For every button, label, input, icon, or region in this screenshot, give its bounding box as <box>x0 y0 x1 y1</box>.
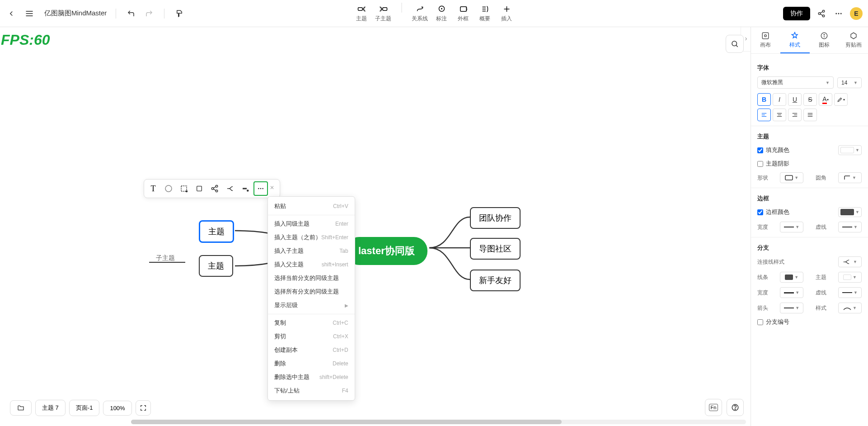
branch-width-select[interactable]: ▼ <box>780 287 803 298</box>
redo-button[interactable] <box>143 8 155 19</box>
mindmap-connectors <box>0 27 751 426</box>
color-tool-button[interactable] <box>161 181 176 196</box>
border-color-swatch[interactable]: ▼ <box>838 207 862 217</box>
insert-topic-button[interactable]: 主题 <box>352 3 371 24</box>
shape-select[interactable]: ▼ <box>780 172 803 183</box>
user-avatar[interactable]: E <box>850 7 863 20</box>
font-size-select[interactable]: 14▼ <box>837 77 862 88</box>
more-tool-button[interactable] <box>253 181 268 196</box>
branch-tool-button[interactable] <box>223 181 237 196</box>
collapse-tool-button[interactable] <box>238 181 253 196</box>
strikethrough-button[interactable]: S <box>803 93 817 106</box>
ctx-drill[interactable]: 下钻/上钻F4 <box>268 384 355 398</box>
svg-point-18 <box>835 13 837 14</box>
collaborate-button[interactable]: 协作 <box>783 7 810 20</box>
underline-button[interactable]: U <box>788 93 802 106</box>
callout-button[interactable]: 标注 <box>432 3 451 24</box>
ctx-delete[interactable]: 删除Delete <box>268 357 355 370</box>
topic-node-selected[interactable]: 主题 <box>199 220 234 243</box>
align-left-button[interactable] <box>757 109 771 121</box>
ctx-insert-before[interactable]: 插入主题（之前）Shift+Enter <box>268 231 355 244</box>
italic-button[interactable]: I <box>773 93 786 106</box>
fn-button[interactable]: Fn <box>705 399 722 416</box>
ctx-insert-sibling[interactable]: 插入同级主题Enter <box>268 217 355 231</box>
topic-node[interactable]: 新手友好 <box>470 270 521 291</box>
topic-node[interactable]: 导图社区 <box>470 238 521 260</box>
zoom-level[interactable]: 100% <box>103 401 131 416</box>
canvas-icon <box>761 32 769 40</box>
relation-icon <box>416 5 424 14</box>
floating-subtopic-label[interactable]: 子主题 <box>156 254 175 262</box>
horizontal-scrollbar[interactable] <box>131 420 746 424</box>
ctx-cut[interactable]: 剪切Ctrl+X <box>268 330 355 343</box>
fill-color-swatch[interactable]: ▼ <box>838 145 862 155</box>
tab-icon[interactable]: 图标 <box>810 27 839 53</box>
border-color-checkbox[interactable]: 边框颜色 <box>757 208 789 216</box>
insert-subtopic-button[interactable]: 子主题 <box>373 3 393 24</box>
branch-number-checkbox[interactable]: 分支编号 <box>757 318 789 326</box>
svg-rect-7 <box>460 6 466 11</box>
align-justify-button[interactable] <box>803 109 817 121</box>
svg-line-16 <box>820 11 822 13</box>
summary-button[interactable]: 概要 <box>475 3 495 24</box>
insert-button[interactable]: 插入 <box>497 3 516 24</box>
connector-style-select[interactable]: ▼ <box>838 256 862 267</box>
svg-point-20 <box>840 13 842 14</box>
shadow-checkbox[interactable]: 主题阴影 <box>757 160 789 168</box>
back-button[interactable] <box>5 8 17 19</box>
ctx-copy[interactable]: 复制Ctrl+C <box>268 316 355 330</box>
border-width-select[interactable]: ▼ <box>780 222 803 232</box>
ctx-select-all-branch[interactable]: 选择所有分支的同级主题 <box>268 285 355 298</box>
ctx-duplicate[interactable]: 创建副本Ctrl+D <box>268 343 355 357</box>
divider <box>116 9 116 19</box>
outline-button[interactable] <box>10 400 32 416</box>
style-icon <box>791 32 799 40</box>
page-indicator[interactable]: 页面-1 <box>69 400 100 416</box>
tab-style[interactable]: 样式 <box>780 27 810 53</box>
undo-button[interactable] <box>125 8 137 19</box>
corner-select[interactable]: ▼ <box>838 172 862 183</box>
bottom-right-controls: Fn <box>705 399 744 416</box>
border-dash-select[interactable]: ▼ <box>838 222 862 232</box>
align-right-button[interactable] <box>788 109 802 121</box>
font-family-select[interactable]: 微软雅黑▼ <box>757 76 834 89</box>
canvas-area[interactable]: laster协同版 主题 主题 子主题 团队协作 导图社区 新手友好 T ✕ 粘… <box>0 27 751 426</box>
font-color-button[interactable]: A▾ <box>819 93 832 106</box>
ctx-paste[interactable]: 粘贴Ctrl+V <box>268 199 355 213</box>
line-color-select[interactable]: ▼ <box>780 272 803 283</box>
svg-point-41 <box>824 34 825 35</box>
tab-clipart[interactable]: 剪贴画 <box>839 27 868 53</box>
menu-button[interactable] <box>23 8 35 19</box>
branch-dash-select[interactable]: ▼ <box>838 287 862 298</box>
relation-button[interactable]: 关系线 <box>410 3 430 24</box>
ctx-select-current-branch[interactable]: 选择当前分支的同级主题 <box>268 271 355 285</box>
highlight-button[interactable]: ▾ <box>834 93 848 106</box>
topic-node[interactable]: 团队协作 <box>470 207 521 229</box>
central-topic-node[interactable]: laster协同版 <box>346 237 427 265</box>
ctx-show-levels[interactable]: 显示层级▶ <box>268 298 355 312</box>
more-button[interactable] <box>833 8 845 19</box>
close-toolbar-button[interactable]: ✕ <box>270 185 278 193</box>
ctx-insert-child[interactable]: 插入子主题Tab <box>268 244 355 258</box>
link-tool-button[interactable] <box>207 181 222 196</box>
text-tool-button[interactable]: T <box>146 181 160 196</box>
topic-node[interactable]: 主题 <box>199 255 233 277</box>
svg-rect-33 <box>243 188 247 189</box>
align-center-button[interactable] <box>773 109 786 121</box>
fill-color-checkbox[interactable]: 填充颜色 <box>757 146 789 154</box>
format-painter-button[interactable] <box>174 8 185 19</box>
share-button[interactable] <box>816 8 827 19</box>
fullscreen-button[interactable] <box>136 400 151 416</box>
boundary-tool-button[interactable] <box>177 181 191 196</box>
bold-button[interactable]: B <box>757 93 771 106</box>
boundary-button[interactable]: 外框 <box>453 3 473 24</box>
ctx-delete-selected[interactable]: 删除选中主题shift+Delete <box>268 370 355 384</box>
tab-canvas[interactable]: 画布 <box>751 27 780 53</box>
shape-tool-button[interactable] <box>192 181 206 196</box>
help-button[interactable] <box>727 399 744 416</box>
arrow-select[interactable]: ▼ <box>780 303 803 313</box>
branch-topic-select[interactable]: ▼ <box>838 272 862 283</box>
ctx-insert-parent[interactable]: 插入父主题shift+Insert <box>268 258 355 271</box>
branch-style-select[interactable]: ▼ <box>838 303 862 313</box>
topic-count[interactable]: 主题 7 <box>35 400 66 416</box>
